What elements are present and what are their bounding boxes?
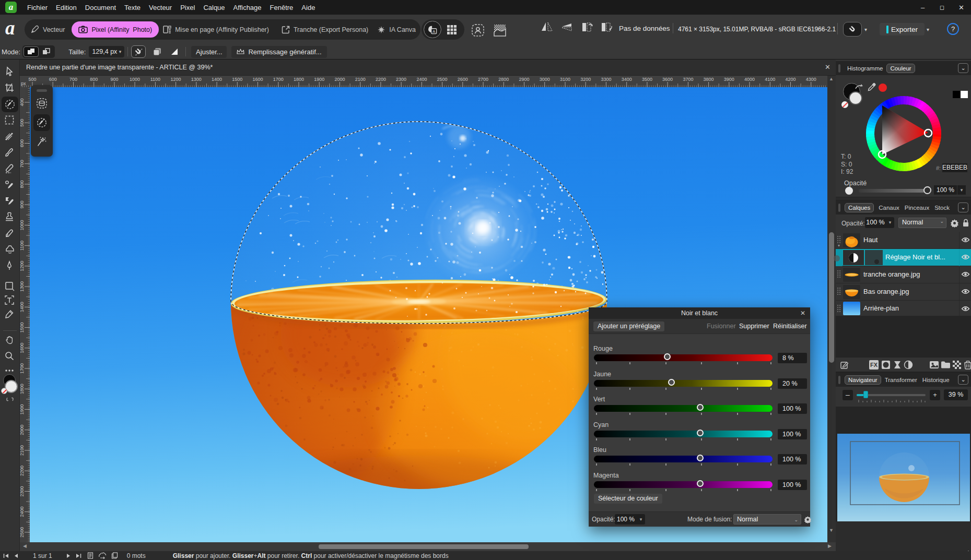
svg-text:1000: 1000 <box>130 77 140 82</box>
svg-text:700: 700 <box>20 160 25 168</box>
svg-text:4200: 4200 <box>785 77 795 82</box>
svg-text:3500: 3500 <box>642 77 652 82</box>
svg-text:1800: 1800 <box>20 384 25 394</box>
svg-text:2200: 2200 <box>20 466 25 476</box>
svg-text:4300: 4300 <box>806 77 816 82</box>
svg-text:1800: 1800 <box>294 77 304 82</box>
svg-text:1400: 1400 <box>20 302 25 312</box>
svg-text:3800: 3800 <box>704 77 714 82</box>
svg-text:3900: 3900 <box>724 77 734 82</box>
svg-text:2000: 2000 <box>334 77 345 82</box>
svg-text:3200: 3200 <box>580 77 591 82</box>
svg-text:500: 500 <box>28 77 36 82</box>
svg-text:700: 700 <box>69 77 77 82</box>
svg-text:3700: 3700 <box>683 77 693 82</box>
svg-text:2400: 2400 <box>416 77 427 82</box>
svg-text:2800: 2800 <box>498 77 509 82</box>
svg-text:900: 900 <box>20 201 25 209</box>
svg-text:4000: 4000 <box>744 77 755 82</box>
svg-text:1300: 1300 <box>191 77 202 82</box>
svg-text:1700: 1700 <box>273 77 284 82</box>
svg-text:2900: 2900 <box>519 77 529 82</box>
svg-text:800: 800 <box>90 77 98 82</box>
svg-text:1700: 1700 <box>20 363 25 374</box>
svg-text:600: 600 <box>20 139 25 147</box>
svg-text:1500: 1500 <box>232 77 242 82</box>
svg-text:1100: 1100 <box>150 77 160 82</box>
svg-text:1900: 1900 <box>314 77 324 82</box>
svg-text:1200: 1200 <box>20 261 25 271</box>
svg-text:1900: 1900 <box>20 404 25 414</box>
svg-text:1300: 1300 <box>20 281 25 292</box>
svg-text:1500: 1500 <box>20 322 25 332</box>
svg-text:2700: 2700 <box>478 77 488 82</box>
svg-text:3000: 3000 <box>540 77 550 82</box>
svg-text:3600: 3600 <box>662 77 673 82</box>
svg-text:900: 900 <box>110 77 118 82</box>
svg-text:4100: 4100 <box>765 77 775 82</box>
svg-text:2300: 2300 <box>396 77 406 82</box>
svg-text:2300: 2300 <box>20 486 25 496</box>
svg-text:1200: 1200 <box>171 77 181 82</box>
svg-text:2100: 2100 <box>20 445 25 456</box>
svg-text:2600: 2600 <box>458 77 468 82</box>
svg-text:1000: 1000 <box>20 220 25 230</box>
svg-text:1600: 1600 <box>20 343 25 353</box>
svg-text:2500: 2500 <box>437 77 448 82</box>
svg-text:2500: 2500 <box>20 527 25 538</box>
svg-text:1100: 1100 <box>20 241 25 251</box>
svg-text:2400: 2400 <box>20 507 25 517</box>
svg-text:2100: 2100 <box>355 77 366 82</box>
svg-text:400: 400 <box>20 98 25 106</box>
svg-text:2000: 2000 <box>20 425 25 435</box>
svg-text:3100: 3100 <box>560 77 570 82</box>
svg-text:1400: 1400 <box>212 77 222 82</box>
svg-text:500: 500 <box>20 119 25 127</box>
svg-text:3300: 3300 <box>601 77 611 82</box>
svg-text:3400: 3400 <box>622 77 632 82</box>
svg-text:600: 600 <box>49 77 57 82</box>
svg-text:1600: 1600 <box>252 77 263 82</box>
svg-text:800: 800 <box>20 180 25 188</box>
svg-text:2200: 2200 <box>376 77 386 82</box>
svg-text:A: A <box>432 29 436 33</box>
